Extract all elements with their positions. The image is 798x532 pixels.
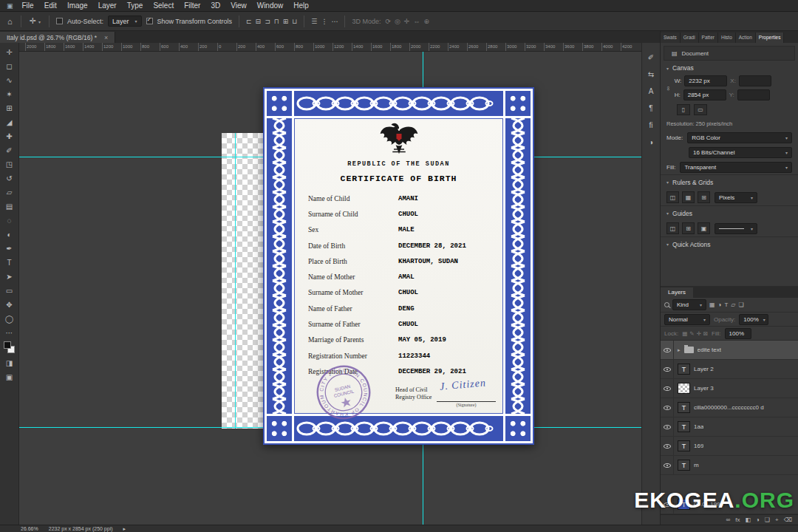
lasso-tool[interactable]: ∿ [1,73,18,87]
canvas-section-header[interactable]: ▾Canvas [661,61,798,75]
marquee-tool[interactable]: ◻ [1,59,18,73]
blur-tool[interactable]: ◌ [1,214,18,228]
grid-units-dropdown[interactable]: Pixels▾ [715,192,757,203]
lock-move-icon[interactable]: ✛ [697,330,701,337]
menu-file[interactable]: File [17,0,39,12]
eyedropper-tool[interactable]: ◢ [1,115,18,129]
filter-type-icon[interactable]: T [724,301,728,308]
screen-mode-icon[interactable]: ▣ [1,370,18,384]
panel-tab-gradi[interactable]: Gradi [681,33,699,43]
panel-tab-properties[interactable]: Properties [756,33,785,43]
canvas-y-field[interactable] [737,89,770,100]
menu-help[interactable]: Help [288,0,314,12]
align-center-h-icon[interactable]: ⊟ [256,18,262,25]
paragraph-panel-icon[interactable]: ¶ [649,103,652,113]
3d-pan-icon[interactable]: ✛ [404,18,410,25]
distribute-vertical-icon[interactable]: ☰ [311,18,317,25]
align-left-icon[interactable]: ⊏ [246,18,252,25]
quick-selection-tool[interactable]: ✶ [1,87,18,101]
zoom-level[interactable]: 26.66% [21,526,38,531]
filter-kind-dropdown[interactable]: Kind▾ [672,299,706,310]
layer-row[interactable]: Layer 3 [661,379,798,398]
color-swatches[interactable] [1,340,18,356]
layer-row[interactable]: T169 [661,437,798,456]
clone-source-panel-icon[interactable]: ⇆ [648,69,654,79]
filter-shape-icon[interactable]: ▱ [731,301,735,308]
lock-all-icon[interactable]: ⊠ [703,330,708,337]
layer-group-icon[interactable]: ❏ [765,516,770,523]
3d-scale-icon[interactable]: ⊕ [423,18,429,25]
adjustments-panel-icon[interactable]: ◑ [649,137,653,147]
ruler-toggle-icon[interactable]: ◫ [666,191,679,203]
panel-tab-histo[interactable]: Histo [718,33,736,43]
align-top-icon[interactable]: ⊓ [274,18,279,25]
panel-tab-action[interactable]: Action [736,33,756,43]
guide-vertical-left[interactable] [235,133,236,429]
canvas-height-field[interactable]: 2854 px [683,89,726,100]
menu-filter[interactable]: Filter [179,0,205,12]
layer-row[interactable]: TLayer 2 [661,360,798,379]
lock-guides-icon[interactable]: ▣ [698,222,710,234]
lock-transparency-icon[interactable]: ▦ [682,330,687,337]
quick-actions-header[interactable]: ▾Quick Actions [661,236,798,251]
show-transform-checkbox[interactable] [146,18,153,24]
new-layer-icon[interactable]: + [775,516,779,523]
group-expand-icon[interactable]: ▸ [678,347,681,353]
shape-tool[interactable]: ▭ [1,284,18,298]
align-right-icon[interactable]: ⊐ [265,18,270,25]
opacity-field[interactable]: 100%▾ [739,314,768,325]
link-layers-icon[interactable]: ∞ [726,516,731,523]
3d-rotate-icon[interactable]: ⟳ [385,18,391,25]
path-selection-tool[interactable]: ➤ [1,270,18,284]
menu-3d[interactable]: 3D [205,0,225,12]
layer-thumbnail[interactable]: T [678,421,690,432]
bit-depth-dropdown[interactable]: 16 Bits/Channel▾ [689,147,792,158]
crop-tool[interactable]: ⊞ [1,101,18,115]
panel-tab-patter[interactable]: Patter [699,33,718,43]
delete-layer-icon[interactable]: ⌫ [784,516,792,523]
align-bottom-icon[interactable]: ⊔ [292,18,297,25]
zoom-tool[interactable]: ◯ [1,312,18,326]
filter-adjustment-icon[interactable]: ◑ [718,301,722,308]
character-panel-icon[interactable]: A [649,86,654,96]
layer-thumbnail[interactable]: T [678,440,690,451]
menu-layer[interactable]: Layer [93,0,122,12]
birth-certificate-document[interactable]: REPUBLIC OF THE SUDAN CERTIFICATE OF BIR… [263,87,534,445]
layer-thumbnail[interactable]: T [678,460,690,471]
close-icon[interactable]: × [104,34,108,41]
grid-toggle-icon[interactable]: ▦ [682,191,695,203]
canvas-area[interactable]: 2000180016001400120010008006004002000200… [19,43,641,525]
menu-select[interactable]: Select [148,0,179,12]
pen-tool[interactable]: ✒ [1,242,18,256]
menu-view[interactable]: View [225,0,252,12]
align-middle-icon[interactable]: ⊞ [283,18,289,25]
menu-edit[interactable]: Edit [39,0,62,12]
guide-style-dropdown[interactable]: ▾ [715,223,757,234]
3d-roll-icon[interactable]: ◎ [395,18,400,25]
lock-paint-icon[interactable]: ✎ [689,330,694,337]
menu-type[interactable]: Type [122,0,149,12]
portrait-orientation-icon[interactable]: ▯ [677,104,690,115]
layer-row[interactable]: T1aa [661,417,798,437]
layer-row[interactable]: Tcilla0000000...cccccccc0 d [661,398,798,417]
layer-mask-icon[interactable]: ◧ [745,516,751,523]
layer-thumbnail[interactable]: T [678,364,690,375]
guide-layout-icon[interactable]: ⊞ [682,222,695,234]
visibility-toggle[interactable] [661,341,674,359]
clone-stamp-tool[interactable]: ◳ [1,157,18,171]
brushes-panel-icon[interactable]: ✐ [648,52,654,62]
move-tool[interactable]: ✛ [1,45,18,59]
menu-window[interactable]: Window [252,0,289,12]
more-options-icon[interactable]: ⋯ [331,18,338,25]
brush-tool[interactable]: ✐ [1,143,18,157]
layer-fill-field[interactable]: 100% [725,328,751,339]
history-brush-tool[interactable]: ↺ [1,171,18,185]
filter-smart-icon[interactable]: ❏ [738,301,743,308]
quick-mask-icon[interactable]: ◨ [1,356,18,370]
guides-header[interactable]: ▾Guides [661,205,798,220]
menu-image[interactable]: Image [62,0,93,12]
wh-link-icon[interactable]: ∞ [665,86,672,90]
layer-row[interactable]: Tm [661,456,798,475]
visibility-toggle[interactable] [661,456,674,474]
canvas-x-field[interactable] [739,75,771,86]
